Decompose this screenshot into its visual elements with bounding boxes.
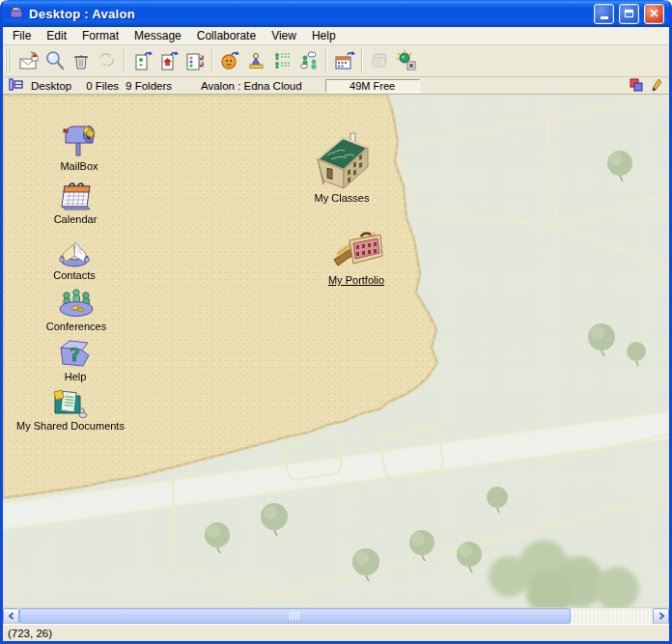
- menu-view[interactable]: View: [264, 28, 304, 43]
- titlebar[interactable]: Desktop : Avalon ✕: [3, 0, 669, 27]
- menu-file[interactable]: File: [5, 28, 39, 43]
- maximize-icon: [625, 10, 633, 17]
- statusbar: (723, 26): [3, 624, 669, 641]
- approvals-icon: [369, 49, 392, 72]
- horizontal-scrollbar[interactable]: [3, 607, 669, 624]
- minimize-button[interactable]: [594, 4, 614, 24]
- desktop-icon-help[interactable]: ? Help: [17, 338, 133, 383]
- desktop-icon-label: Calendar: [54, 213, 98, 226]
- disconnect-icon: [395, 49, 418, 72]
- goto-home-icon: [157, 49, 181, 72]
- search-icon: [43, 49, 67, 72]
- history-icon: [96, 49, 119, 72]
- server-name: Avalon : Edna Cloud: [201, 80, 302, 92]
- menu-help[interactable]: Help: [304, 28, 344, 43]
- desk-icon: [9, 5, 24, 23]
- desktop-icon-label: Contacts: [53, 269, 95, 282]
- toolbar-separator: [361, 49, 363, 72]
- app-window: Desktop : Avalon ✕ File Edit Format Mess…: [0, 0, 672, 644]
- disconnect-button[interactable]: [393, 48, 419, 74]
- desktop-icon-label: Conferences: [46, 321, 106, 333]
- desktop-icon-calendar[interactable]: Calendar: [17, 179, 133, 226]
- chevron-left-icon: [8, 612, 15, 620]
- folders-count: 9 Folders: [126, 80, 172, 92]
- menu-message[interactable]: Message: [126, 28, 189, 43]
- desktop-icon-label: My Classes: [315, 192, 370, 205]
- window-title: Desktop : Avalon: [29, 7, 589, 21]
- minimize-icon: [601, 16, 608, 19]
- desktop-icon-contacts[interactable]: Contacts: [16, 235, 132, 282]
- document-settings-button[interactable]: [182, 48, 208, 74]
- schoolhouse-icon: [312, 130, 372, 190]
- toolbar-grip[interactable]: [5, 49, 12, 72]
- new-document-button[interactable]: [129, 48, 155, 74]
- desktop-icon-conferences[interactable]: Conferences: [18, 288, 134, 333]
- desktop-icon-my-portfolio[interactable]: My Portfolio: [298, 227, 414, 287]
- close-icon: ✕: [649, 8, 658, 19]
- approvals-button: [367, 48, 393, 74]
- chevron-right-icon: [658, 612, 665, 620]
- desktop-icon-label: Help: [65, 371, 87, 383]
- new-message-button[interactable]: [15, 48, 42, 74]
- free-space-indicator: 49M Free: [325, 79, 420, 93]
- layers-icon[interactable]: [630, 78, 643, 94]
- directory-button[interactable]: [243, 48, 269, 74]
- instant-message-icon: [297, 49, 321, 72]
- menu-collaborate[interactable]: Collaborate: [189, 28, 264, 43]
- desktop-icon-label: My Shared Documents: [16, 420, 125, 433]
- contacts-icon: [55, 235, 94, 267]
- shared-documents-icon: [50, 386, 91, 418]
- menubar: File Edit Format Message Collaborate Vie…: [3, 27, 669, 45]
- scroll-left-button[interactable]: [3, 608, 19, 624]
- desktop-area[interactable]: MailBox Calendar: [3, 95, 669, 607]
- portfolio-icon: [326, 227, 386, 272]
- menu-edit[interactable]: Edit: [39, 28, 74, 43]
- close-button[interactable]: ✕: [644, 4, 664, 24]
- pencil-icon[interactable]: [651, 78, 662, 94]
- scrollbar-thumb[interactable]: [19, 608, 571, 624]
- scroll-right-button[interactable]: [653, 608, 669, 624]
- desktop-icon-my-shared-documents[interactable]: My Shared Documents: [8, 386, 133, 433]
- goto-home-button[interactable]: [155, 48, 182, 74]
- location-label: Desktop: [31, 80, 71, 92]
- calendar-icon: [56, 179, 95, 211]
- new-message-icon: [17, 49, 41, 72]
- thumb-grip: [290, 612, 299, 620]
- desktop-icon-mailbox[interactable]: MailBox: [21, 122, 137, 173]
- member-list-icon: [271, 49, 294, 72]
- document-settings-icon: [183, 49, 207, 72]
- open-calendar-button[interactable]: [331, 48, 357, 74]
- desktop-icon-my-classes[interactable]: My Classes: [284, 130, 400, 205]
- instant-message-button[interactable]: [295, 48, 322, 74]
- toolbar-separator: [325, 49, 327, 72]
- toolbar-separator: [124, 49, 126, 72]
- desktop-icon-label: MailBox: [60, 160, 98, 173]
- cursor-position: (723, 26): [8, 628, 52, 639]
- infobar: Desktop 0 Files 9 Folders Avalon : Edna …: [3, 77, 669, 95]
- search-button[interactable]: [42, 48, 68, 74]
- history-button: [94, 48, 120, 74]
- mailbox-icon: [60, 122, 98, 158]
- scrollbar-track[interactable]: [19, 608, 653, 624]
- directory-icon: [245, 49, 268, 72]
- desktop-icon-label: My Portfolio: [328, 274, 384, 287]
- calendar-icon: [333, 49, 356, 72]
- delete-button[interactable]: [68, 48, 94, 74]
- member-list-button[interactable]: [269, 48, 295, 74]
- help-icon: ?: [56, 338, 95, 369]
- toolbar: [3, 45, 669, 77]
- svg-text:?: ?: [70, 344, 80, 365]
- menu-format[interactable]: Format: [74, 28, 126, 43]
- desktop-view-icon: [9, 78, 23, 93]
- conferences-icon: [56, 288, 97, 319]
- delete-icon: [70, 49, 93, 72]
- maximize-button[interactable]: [619, 4, 639, 24]
- new-document-icon: [131, 49, 154, 72]
- who-is-online-icon: [219, 49, 242, 72]
- who-is-online-button[interactable]: [217, 48, 243, 74]
- files-count: 0 Files: [86, 80, 119, 92]
- toolbar-separator: [211, 49, 213, 72]
